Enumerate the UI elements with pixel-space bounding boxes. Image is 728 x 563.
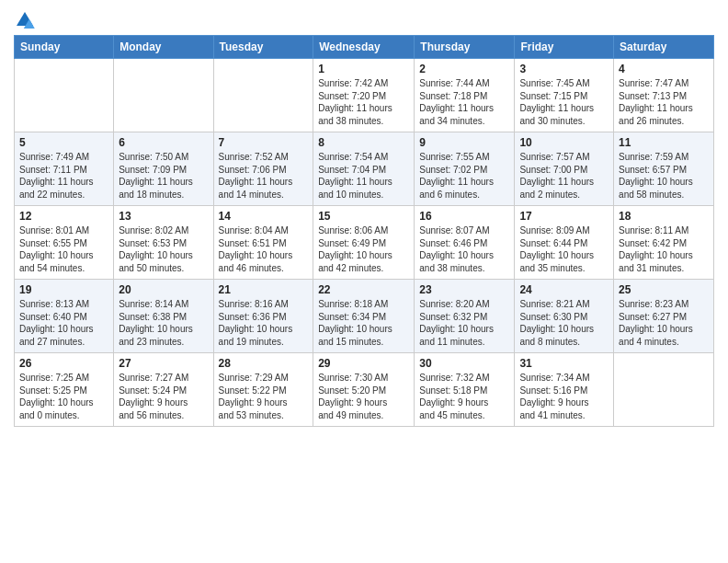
day-info: Sunrise: 8:07 AM Sunset: 6:46 PM Dayligh…: [419, 224, 509, 274]
calendar-cell: 20Sunrise: 8:14 AM Sunset: 6:38 PM Dayli…: [114, 280, 213, 353]
day-info: Sunrise: 7:30 AM Sunset: 5:20 PM Dayligh…: [318, 372, 409, 421]
day-number: 6: [119, 136, 208, 149]
day-info: Sunrise: 7:47 AM Sunset: 7:13 PM Dayligh…: [619, 77, 709, 127]
calendar-cell: 29Sunrise: 7:30 AM Sunset: 5:20 PM Dayli…: [313, 353, 415, 427]
day-number: 14: [219, 210, 309, 223]
day-info: Sunrise: 8:01 AM Sunset: 6:55 PM Dayligh…: [19, 224, 108, 274]
day-number: 11: [619, 136, 709, 149]
calendar-cell: 3Sunrise: 7:45 AM Sunset: 7:15 PM Daylig…: [515, 59, 614, 132]
calendar-cell: 22Sunrise: 8:18 AM Sunset: 6:34 PM Dayli…: [313, 280, 415, 353]
day-info: Sunrise: 7:45 AM Sunset: 7:15 PM Dayligh…: [519, 77, 609, 127]
day-number: 2: [419, 63, 509, 75]
day-info: Sunrise: 8:23 AM Sunset: 6:27 PM Dayligh…: [619, 298, 709, 348]
calendar-cell: 10Sunrise: 7:57 AM Sunset: 7:00 PM Dayli…: [515, 132, 614, 206]
day-info: Sunrise: 8:20 AM Sunset: 6:32 PM Dayligh…: [419, 298, 509, 348]
calendar-week-4: 26Sunrise: 7:25 AM Sunset: 5:25 PM Dayli…: [15, 353, 714, 427]
calendar-week-1: 5Sunrise: 7:49 AM Sunset: 7:11 PM Daylig…: [15, 132, 714, 206]
day-info: Sunrise: 8:11 AM Sunset: 6:42 PM Dayligh…: [619, 224, 709, 274]
calendar-cell: [15, 59, 114, 132]
day-info: Sunrise: 7:50 AM Sunset: 7:09 PM Dayligh…: [119, 151, 208, 201]
day-number: 10: [519, 136, 609, 149]
calendar-header-friday: Friday: [515, 36, 614, 59]
day-info: Sunrise: 7:25 AM Sunset: 5:25 PM Dayligh…: [19, 372, 108, 421]
day-info: Sunrise: 7:49 AM Sunset: 7:11 PM Dayligh…: [19, 151, 108, 201]
calendar-cell: 30Sunrise: 7:32 AM Sunset: 5:18 PM Dayli…: [415, 353, 515, 427]
calendar-cell: 27Sunrise: 7:27 AM Sunset: 5:24 PM Dayli…: [114, 353, 213, 427]
day-number: 26: [19, 357, 108, 370]
page: SundayMondayTuesdayWednesdayThursdayFrid…: [0, 0, 728, 436]
day-info: Sunrise: 7:42 AM Sunset: 7:20 PM Dayligh…: [318, 77, 409, 127]
calendar-cell: 2Sunrise: 7:44 AM Sunset: 7:18 PM Daylig…: [415, 59, 515, 132]
calendar-cell: [114, 59, 213, 132]
day-info: Sunrise: 8:13 AM Sunset: 6:40 PM Dayligh…: [19, 298, 108, 348]
day-number: 16: [419, 210, 509, 223]
calendar-cell: 4Sunrise: 7:47 AM Sunset: 7:13 PM Daylig…: [614, 59, 714, 132]
day-info: Sunrise: 8:18 AM Sunset: 6:34 PM Dayligh…: [318, 298, 409, 348]
calendar-cell: 19Sunrise: 8:13 AM Sunset: 6:40 PM Dayli…: [15, 280, 114, 353]
calendar-cell: [614, 353, 714, 427]
calendar-cell: 1Sunrise: 7:42 AM Sunset: 7:20 PM Daylig…: [313, 59, 415, 132]
day-number: 30: [419, 357, 509, 370]
day-info: Sunrise: 8:21 AM Sunset: 6:30 PM Dayligh…: [519, 298, 609, 348]
calendar-header-saturday: Saturday: [614, 36, 714, 59]
day-number: 12: [19, 210, 108, 223]
logo-icon: [14, 9, 36, 31]
day-number: 24: [519, 283, 609, 296]
day-info: Sunrise: 8:09 AM Sunset: 6:44 PM Dayligh…: [519, 224, 609, 274]
calendar-cell: 23Sunrise: 8:20 AM Sunset: 6:32 PM Dayli…: [415, 280, 515, 353]
calendar-header-thursday: Thursday: [415, 36, 515, 59]
calendar-header-monday: Monday: [114, 36, 213, 59]
calendar-cell: 7Sunrise: 7:52 AM Sunset: 7:06 PM Daylig…: [213, 132, 313, 206]
calendar-cell: 17Sunrise: 8:09 AM Sunset: 6:44 PM Dayli…: [515, 206, 614, 280]
calendar-week-3: 19Sunrise: 8:13 AM Sunset: 6:40 PM Dayli…: [15, 280, 714, 353]
day-number: 9: [419, 136, 509, 149]
day-number: 19: [19, 283, 108, 296]
calendar-cell: 28Sunrise: 7:29 AM Sunset: 5:22 PM Dayli…: [213, 353, 313, 427]
day-info: Sunrise: 7:32 AM Sunset: 5:18 PM Dayligh…: [419, 372, 509, 421]
calendar-cell: 13Sunrise: 8:02 AM Sunset: 6:53 PM Dayli…: [114, 206, 213, 280]
calendar-header-tuesday: Tuesday: [213, 36, 313, 59]
calendar-cell: 9Sunrise: 7:55 AM Sunset: 7:02 PM Daylig…: [415, 132, 515, 206]
day-number: 29: [318, 357, 409, 370]
day-info: Sunrise: 8:06 AM Sunset: 6:49 PM Dayligh…: [318, 224, 409, 274]
calendar-cell: 31Sunrise: 7:34 AM Sunset: 5:16 PM Dayli…: [515, 353, 614, 427]
calendar-week-2: 12Sunrise: 8:01 AM Sunset: 6:55 PM Dayli…: [15, 206, 714, 280]
calendar-cell: 6Sunrise: 7:50 AM Sunset: 7:09 PM Daylig…: [114, 132, 213, 206]
day-info: Sunrise: 7:34 AM Sunset: 5:16 PM Dayligh…: [519, 372, 609, 421]
day-info: Sunrise: 7:29 AM Sunset: 5:22 PM Dayligh…: [219, 372, 309, 421]
day-number: 28: [219, 357, 309, 370]
calendar-cell: 16Sunrise: 8:07 AM Sunset: 6:46 PM Dayli…: [415, 206, 515, 280]
day-info: Sunrise: 8:02 AM Sunset: 6:53 PM Dayligh…: [119, 224, 208, 274]
day-number: 21: [219, 283, 309, 296]
day-info: Sunrise: 7:54 AM Sunset: 7:04 PM Dayligh…: [318, 151, 409, 201]
logo: [14, 9, 40, 31]
calendar-cell: 14Sunrise: 8:04 AM Sunset: 6:51 PM Dayli…: [213, 206, 313, 280]
calendar-header-sunday: Sunday: [15, 36, 114, 59]
day-number: 15: [318, 210, 409, 223]
day-info: Sunrise: 7:52 AM Sunset: 7:06 PM Dayligh…: [219, 151, 309, 201]
day-number: 13: [119, 210, 208, 223]
day-info: Sunrise: 7:57 AM Sunset: 7:00 PM Dayligh…: [519, 151, 609, 201]
day-number: 27: [119, 357, 208, 370]
day-number: 7: [219, 136, 309, 149]
day-number: 3: [519, 63, 609, 75]
day-info: Sunrise: 7:27 AM Sunset: 5:24 PM Dayligh…: [119, 372, 208, 421]
day-number: 22: [318, 283, 409, 296]
day-info: Sunrise: 8:14 AM Sunset: 6:38 PM Dayligh…: [119, 298, 208, 348]
calendar-cell: 15Sunrise: 8:06 AM Sunset: 6:49 PM Dayli…: [313, 206, 415, 280]
calendar-cell: 12Sunrise: 8:01 AM Sunset: 6:55 PM Dayli…: [15, 206, 114, 280]
calendar-cell: 5Sunrise: 7:49 AM Sunset: 7:11 PM Daylig…: [15, 132, 114, 206]
calendar-cell: 26Sunrise: 7:25 AM Sunset: 5:25 PM Dayli…: [15, 353, 114, 427]
header: [14, 9, 714, 31]
calendar-cell: [213, 59, 313, 132]
day-number: 23: [419, 283, 509, 296]
calendar-week-0: 1Sunrise: 7:42 AM Sunset: 7:20 PM Daylig…: [15, 59, 714, 132]
day-number: 4: [619, 63, 709, 75]
calendar-cell: 25Sunrise: 8:23 AM Sunset: 6:27 PM Dayli…: [614, 280, 714, 353]
calendar-cell: 24Sunrise: 8:21 AM Sunset: 6:30 PM Dayli…: [515, 280, 614, 353]
day-info: Sunrise: 8:04 AM Sunset: 6:51 PM Dayligh…: [219, 224, 309, 274]
day-number: 31: [519, 357, 609, 370]
calendar-cell: 8Sunrise: 7:54 AM Sunset: 7:04 PM Daylig…: [313, 132, 415, 206]
calendar-cell: 18Sunrise: 8:11 AM Sunset: 6:42 PM Dayli…: [614, 206, 714, 280]
day-number: 18: [619, 210, 709, 223]
